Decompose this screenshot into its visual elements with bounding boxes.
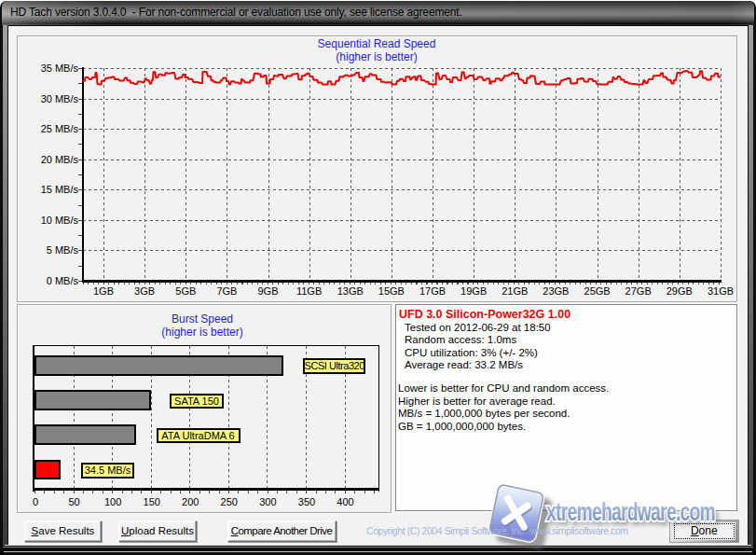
svg-text:xtremehardware.com: xtremehardware.com (546, 497, 715, 526)
